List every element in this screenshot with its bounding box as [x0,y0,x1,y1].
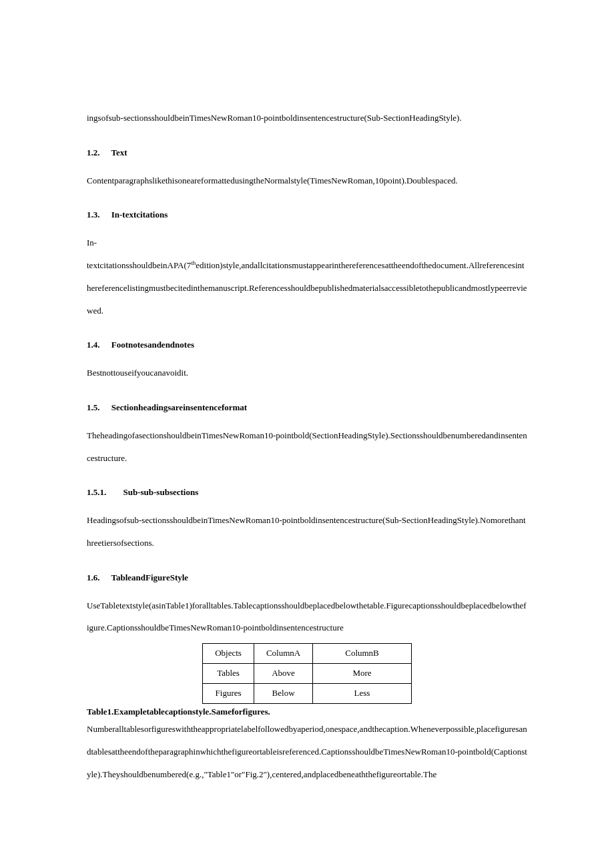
heading-1-2: 1.2. Text [87,141,527,164]
table-cell: ColumnA [254,644,312,664]
table-cell: Below [254,683,312,703]
text-fragment: textcitationsshouldbeinAPA(7 [87,260,191,270]
heading-1-6: 1.6. TableandFigureStyle [87,566,527,589]
heading-title: Sub-sub-subsections [123,487,199,497]
paragraph-section-headings: TheheadingofasectionshouldbeinTimesNewRo… [87,424,527,470]
table-row: Objects ColumnA ColumnB [203,644,412,664]
paragraph-text: Contentparagraphslikethisoneareformatted… [87,169,527,192]
heading-number: 1.5.1. [87,481,106,504]
text-fragment: In- [87,238,97,248]
table-caption: Table1.Exampletablecaptionstyle.Sameforf… [87,705,527,719]
paragraph-table-figure: UseTabletextstyle(asinTable1)foralltable… [87,594,527,640]
heading-title: In-textcitations [111,209,168,220]
example-table: Objects ColumnA ColumnB Tables Above Mor… [202,643,412,703]
table-row: Figures Below Less [203,683,412,703]
paragraph-footnotes: Bestnottouseifyoucanavoidit. [87,362,527,384]
paragraph-after-table: Numberalltablesorfigureswiththeappropria… [87,718,527,785]
heading-number: 1.6. [87,566,100,589]
table-cell: More [313,663,412,683]
table-cell: Objects [203,644,254,664]
table-cell: Figures [203,683,254,703]
heading-number: 1.3. [87,203,100,226]
heading-title: Footnotesandendnotes [111,340,194,350]
heading-1-5-1: 1.5.1. Sub-sub-subsections [87,481,527,504]
paragraph-subsections: Headingsofsub-sectionsshouldbeinTimesNew… [87,509,527,554]
heading-title: Sectionheadingsareinsentenceformat [111,402,247,412]
text-fragment: Table1 [208,769,231,779]
heading-title: Text [111,147,127,157]
paragraph-continuation: ingsofsub-sectionsshouldbeinTimesNewRoma… [87,107,527,129]
table-cell: ColumnB [313,644,412,664]
text-fragment: or"Fig.2"),centered,andplacedbeneaththef… [234,769,436,779]
table-row: Tables Above More [203,663,412,683]
heading-title: TableandFigureStyle [111,572,189,582]
document-page: ingsofsub-sectionsshouldbeinTimesNewRoma… [0,0,614,868]
table-cell: Tables [203,663,254,683]
heading-1-5: 1.5. Sectionheadingsareinsentenceformat [87,396,527,419]
table-cell: Above [254,663,312,683]
table-cell: Less [313,683,412,703]
heading-number: 1.2. [87,141,100,164]
heading-1-4: 1.4. Footnotesandendnotes [87,334,527,356]
heading-number: 1.4. [87,334,100,356]
heading-number: 1.5. [87,396,100,419]
heading-1-3: 1.3. In-textcitations [87,203,527,226]
paragraph-citations: In- textcitationsshouldbeinAPA(7theditio… [87,232,527,322]
